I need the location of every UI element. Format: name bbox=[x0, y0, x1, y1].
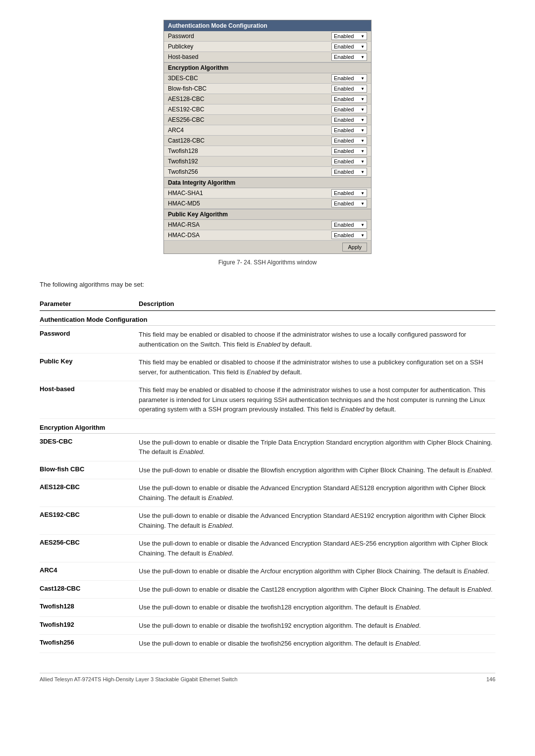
param-row: PasswordThis field may be enabled or dis… bbox=[40, 326, 495, 353]
row-label: AES192-CBC bbox=[168, 106, 331, 113]
parameters-table: Parameter Description Authentication Mod… bbox=[40, 298, 495, 653]
row-label: AES128-CBC bbox=[168, 96, 331, 102]
hmacsha1-select[interactable]: Enabled bbox=[331, 189, 367, 197]
param-name: ARC4 bbox=[40, 562, 139, 581]
row-label: AES256-CBC bbox=[168, 116, 331, 123]
arc4-select[interactable]: Enabled bbox=[331, 126, 367, 134]
row-label: HMAC-MD5 bbox=[168, 200, 331, 207]
param-description: This field may be enabled or disabled to… bbox=[139, 381, 495, 419]
param-description: Use the pull-down to enable or disable t… bbox=[139, 599, 495, 617]
row-label: ARC4 bbox=[168, 127, 331, 134]
aes192-select[interactable]: Enabled bbox=[331, 105, 367, 113]
table-row: HMAC-MD5 Enabled bbox=[164, 199, 371, 209]
param-name: Twofish256 bbox=[40, 635, 139, 653]
param-name: 3DES-CBC bbox=[40, 433, 139, 461]
hmacdsa-select[interactable]: Enabled bbox=[331, 231, 367, 239]
apply-row: Apply bbox=[164, 241, 371, 253]
table-row: AES192-CBC Enabled bbox=[164, 104, 371, 115]
row-label: Twofish256 bbox=[168, 168, 331, 175]
ssh-algorithms-table: Authentication Mode Configuration Passwo… bbox=[163, 20, 372, 254]
param-name: Host-based bbox=[40, 381, 139, 419]
param-row: Public KeyThis field may be enabled or d… bbox=[40, 353, 495, 381]
table-row: Publickey Enabled bbox=[164, 42, 371, 52]
table-row: HMAC-RSA Enabled bbox=[164, 220, 371, 230]
apply-button[interactable]: Apply bbox=[342, 243, 367, 252]
param-name: Password bbox=[40, 326, 139, 353]
param-description: Use the pull-down to enable or disable t… bbox=[139, 616, 495, 635]
table-row: HMAC-SHA1 Enabled bbox=[164, 188, 371, 199]
param-name: Blow-fish CBC bbox=[40, 461, 139, 479]
page-footer: Allied Telesyn AT-9724TS High-Density La… bbox=[40, 673, 495, 682]
row-label: Password bbox=[168, 33, 331, 40]
table-main-header: Authentication Mode Configuration bbox=[164, 20, 371, 31]
param-row: AES256-CBCUse the pull-down to enable or… bbox=[40, 535, 495, 562]
table-row: Twofish192 Enabled bbox=[164, 156, 371, 167]
param-description: Use the pull-down to enable or disable t… bbox=[139, 461, 495, 479]
row-label: HMAC-RSA bbox=[168, 221, 331, 228]
twofish192-select[interactable]: Enabled bbox=[331, 157, 367, 165]
row-label: Twofish192 bbox=[168, 158, 331, 165]
table-row: Host-based Enabled bbox=[164, 52, 371, 62]
figure-container: Authentication Mode Configuration Passwo… bbox=[40, 20, 495, 266]
hostbased-select[interactable]: Enabled bbox=[331, 53, 367, 61]
param-description: Use the pull-down to enable or disable t… bbox=[139, 479, 495, 507]
twofish128-select[interactable]: Enabled bbox=[331, 147, 367, 155]
section-header-row: Encryption Algorithm bbox=[40, 418, 495, 433]
twofish256-select[interactable]: Enabled bbox=[331, 168, 367, 176]
cast128-select[interactable]: Enabled bbox=[331, 137, 367, 145]
param-description: Use the pull-down to enable or disable t… bbox=[139, 535, 495, 562]
param-description: This field may be enabled or disabled to… bbox=[139, 353, 495, 381]
table-row: Password Enabled bbox=[164, 31, 371, 42]
row-label: Publickey bbox=[168, 43, 331, 50]
param-description: Use the pull-down to enable or disable t… bbox=[139, 635, 495, 653]
blowfish-select[interactable]: Enabled bbox=[331, 85, 367, 93]
table-row: 3DES-CBC Enabled bbox=[164, 73, 371, 84]
table-row: Twofish128 Enabled bbox=[164, 146, 371, 156]
table-row: Twofish256 Enabled bbox=[164, 167, 371, 177]
param-header: Parameter bbox=[40, 298, 139, 311]
aes128-select[interactable]: Enabled bbox=[331, 95, 367, 103]
param-row: Blow-fish CBCUse the pull-down to enable… bbox=[40, 461, 495, 479]
param-row: Host-basedThis field may be enabled or d… bbox=[40, 381, 495, 419]
publickey-select[interactable]: Enabled bbox=[331, 43, 367, 50]
param-row: AES192-CBCUse the pull-down to enable or… bbox=[40, 507, 495, 535]
param-name: Twofish128 bbox=[40, 599, 139, 617]
3des-select[interactable]: Enabled bbox=[331, 74, 367, 82]
param-name: Twofish192 bbox=[40, 616, 139, 635]
table-row: AES128-CBC Enabled bbox=[164, 94, 371, 104]
hmacrsa-select[interactable]: Enabled bbox=[331, 221, 367, 229]
table-row: Blow-fish-CBC Enabled bbox=[164, 84, 371, 94]
param-row: ARC4Use the pull-down to enable or disab… bbox=[40, 562, 495, 581]
param-row: AES128-CBCUse the pull-down to enable or… bbox=[40, 479, 495, 507]
param-row: Cast128-CBCUse the pull-down to enable o… bbox=[40, 580, 495, 599]
param-name: AES128-CBC bbox=[40, 479, 139, 507]
encryption-header: Encryption Algorithm bbox=[164, 62, 371, 73]
param-row: Twofish128Use the pull-down to enable or… bbox=[40, 599, 495, 617]
row-label: Cast128-CBC bbox=[168, 137, 331, 144]
param-description: This field may be enabled or disabled to… bbox=[139, 326, 495, 353]
password-select[interactable]: Enabled bbox=[331, 32, 367, 40]
hmacmd5-select[interactable]: Enabled bbox=[331, 200, 367, 207]
intro-text: The following algorithms may be set: bbox=[40, 281, 495, 288]
row-label: Host-based bbox=[168, 53, 331, 60]
param-description: Use the pull-down to enable or disable t… bbox=[139, 580, 495, 599]
table-row: AES256-CBC Enabled bbox=[164, 115, 371, 125]
pubkey-header: Public Key Algorithm bbox=[164, 209, 371, 220]
figure-caption: Figure 7- 24. SSH Algorithms window bbox=[218, 259, 317, 266]
row-label: Twofish128 bbox=[168, 148, 331, 154]
param-row: Twofish192Use the pull-down to enable or… bbox=[40, 616, 495, 635]
row-label: HMAC-DSA bbox=[168, 232, 331, 239]
param-row: 3DES-CBCUse the pull-down to enable or d… bbox=[40, 433, 495, 461]
row-label: 3DES-CBC bbox=[168, 75, 331, 82]
row-label: HMAC-SHA1 bbox=[168, 190, 331, 197]
row-label: Blow-fish-CBC bbox=[168, 85, 331, 92]
table-row: ARC4 Enabled bbox=[164, 125, 371, 136]
param-name: Public Key bbox=[40, 353, 139, 381]
desc-header: Description bbox=[139, 298, 495, 311]
aes256-select[interactable]: Enabled bbox=[331, 116, 367, 124]
param-name: AES192-CBC bbox=[40, 507, 139, 535]
param-description: Use the pull-down to enable or disable t… bbox=[139, 507, 495, 535]
param-name: AES256-CBC bbox=[40, 535, 139, 562]
param-row: Twofish256Use the pull-down to enable or… bbox=[40, 635, 495, 653]
footer-right: 146 bbox=[486, 676, 495, 682]
